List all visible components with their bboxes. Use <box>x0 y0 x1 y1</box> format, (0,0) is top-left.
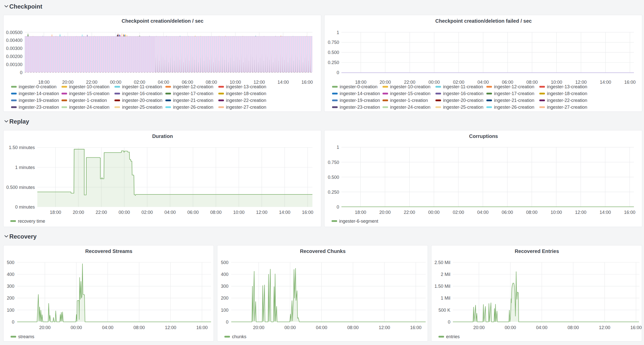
svg-text:06:00: 06:00 <box>502 80 513 85</box>
svg-text:500: 500 <box>221 260 228 265</box>
svg-text:10:00: 10:00 <box>230 80 241 85</box>
svg-text:20:00: 20:00 <box>253 325 264 330</box>
svg-text:ingester-27-creation: ingester-27-creation <box>226 105 266 110</box>
svg-text:00:00: 00:00 <box>284 325 296 330</box>
svg-text:0: 0 <box>12 320 14 325</box>
svg-text:20:00: 20:00 <box>73 210 84 215</box>
svg-text:08:00: 08:00 <box>206 80 217 85</box>
svg-text:ingester-25-creation: ingester-25-creation <box>443 105 483 110</box>
svg-text:10:00: 10:00 <box>233 210 245 215</box>
svg-text:ingester-26-creation: ingester-26-creation <box>173 105 213 110</box>
svg-text:streams: streams <box>18 334 34 339</box>
svg-text:04:00: 04:00 <box>477 210 488 215</box>
svg-text:ingester-23-creation: ingester-23-creation <box>19 105 59 110</box>
svg-text:14:00: 14:00 <box>600 80 611 85</box>
svg-text:0.500 minutes: 0.500 minutes <box>6 185 35 190</box>
svg-text:18:00: 18:00 <box>355 80 366 85</box>
svg-text:12:00: 12:00 <box>254 80 265 85</box>
svg-text:08:00: 08:00 <box>526 80 538 85</box>
svg-text:300: 300 <box>7 284 14 289</box>
svg-text:ingester-16-creation: ingester-16-creation <box>443 91 483 96</box>
svg-text:20:00: 20:00 <box>379 210 391 215</box>
svg-text:12:00: 12:00 <box>256 210 268 215</box>
svg-text:recovery time: recovery time <box>18 219 45 224</box>
svg-text:0.750: 0.750 <box>328 160 339 165</box>
svg-text:08:00: 08:00 <box>210 210 222 215</box>
svg-text:ingester-1-creation: ingester-1-creation <box>390 98 428 103</box>
svg-text:Duration: Duration <box>152 133 173 139</box>
svg-text:08:00: 08:00 <box>568 325 579 330</box>
svg-text:0: 0 <box>337 70 339 75</box>
svg-text:chunks: chunks <box>232 334 246 339</box>
svg-text:ingester-13-creation: ingester-13-creation <box>547 84 587 89</box>
svg-text:ingester-15-creation: ingester-15-creation <box>69 91 109 96</box>
svg-text:ingester-22-creation: ingester-22-creation <box>547 98 587 103</box>
svg-text:ingester-20-creation: ingester-20-creation <box>122 98 162 103</box>
svg-text:Recovered Streams: Recovered Streams <box>85 248 132 254</box>
svg-text:0.00500: 0.00500 <box>6 30 22 35</box>
svg-text:14:00: 14:00 <box>279 210 290 215</box>
svg-text:400: 400 <box>7 272 14 277</box>
svg-text:02:00: 02:00 <box>141 210 153 215</box>
svg-text:00:00: 00:00 <box>428 210 440 215</box>
svg-text:300: 300 <box>221 284 228 289</box>
svg-text:20:00: 20:00 <box>379 80 391 85</box>
svg-text:200: 200 <box>7 296 14 301</box>
svg-text:0.500: 0.500 <box>328 175 339 180</box>
svg-text:18:00: 18:00 <box>50 210 61 215</box>
svg-text:0.00100: 0.00100 <box>6 62 22 67</box>
svg-text:ingester-25-creation: ingester-25-creation <box>122 105 162 110</box>
svg-text:ingester-10-creation: ingester-10-creation <box>390 84 430 89</box>
svg-text:ingester-0-creation: ingester-0-creation <box>340 84 377 89</box>
svg-text:Checkpoint creation/deletion /: Checkpoint creation/deletion / sec <box>122 18 203 24</box>
svg-text:22:00: 22:00 <box>86 80 97 85</box>
svg-text:ingester-11-creation: ingester-11-creation <box>122 84 162 89</box>
svg-text:ingester-18-creation: ingester-18-creation <box>226 91 266 96</box>
svg-text:18:00: 18:00 <box>38 80 49 85</box>
svg-text:500: 500 <box>7 260 14 265</box>
svg-text:20:00: 20:00 <box>62 80 73 85</box>
svg-text:16:00: 16:00 <box>302 210 313 215</box>
svg-text:08:00: 08:00 <box>526 210 537 215</box>
svg-text:ingester-26-creation: ingester-26-creation <box>494 105 534 110</box>
svg-text:ingester-19-creation: ingester-19-creation <box>340 98 380 103</box>
svg-text:0: 0 <box>448 320 450 325</box>
svg-text:ingester-19-creation: ingester-19-creation <box>19 98 59 103</box>
svg-text:1 minutes: 1 minutes <box>15 165 35 170</box>
svg-text:04:00: 04:00 <box>316 325 327 330</box>
svg-text:12:00: 12:00 <box>379 325 390 330</box>
svg-text:ingester-24-creation: ingester-24-creation <box>69 105 109 110</box>
svg-text:1.50 Mil: 1.50 Mil <box>434 284 450 289</box>
svg-text:04:00: 04:00 <box>158 80 169 85</box>
svg-text:16:00: 16:00 <box>630 325 642 330</box>
svg-text:2 Mil: 2 Mil <box>441 272 450 277</box>
svg-text:Recovered Entries: Recovered Entries <box>515 248 559 254</box>
svg-text:ingester-21-creation: ingester-21-creation <box>494 98 534 103</box>
svg-text:0 minutes: 0 minutes <box>15 205 35 210</box>
svg-text:ingester-17-creation: ingester-17-creation <box>494 91 534 96</box>
svg-text:ingester-10-creation: ingester-10-creation <box>69 84 109 89</box>
svg-text:ingester-18-creation: ingester-18-creation <box>547 91 587 96</box>
svg-text:16:00: 16:00 <box>624 210 635 215</box>
svg-text:0.00300: 0.00300 <box>6 46 22 51</box>
svg-text:0.250: 0.250 <box>328 60 339 65</box>
svg-text:16:00: 16:00 <box>196 325 208 330</box>
svg-text:Recovered Chunks: Recovered Chunks <box>300 248 345 254</box>
svg-text:00:00: 00:00 <box>71 325 82 330</box>
svg-text:ingester-23-creation: ingester-23-creation <box>340 105 380 110</box>
svg-text:ingester-13-creation: ingester-13-creation <box>226 84 266 89</box>
svg-text:00:00: 00:00 <box>428 80 440 85</box>
svg-text:ingester-12-creation: ingester-12-creation <box>494 84 534 89</box>
svg-text:04:00: 04:00 <box>477 80 489 85</box>
svg-text:12:00: 12:00 <box>575 210 587 215</box>
svg-text:ingester-22-creation: ingester-22-creation <box>226 98 266 103</box>
svg-text:100: 100 <box>221 308 228 313</box>
svg-text:0.250: 0.250 <box>328 190 339 195</box>
svg-text:500 K: 500 K <box>438 308 450 313</box>
svg-text:16:00: 16:00 <box>410 325 421 330</box>
svg-text:22:00: 22:00 <box>96 210 107 215</box>
svg-text:ingester-14-creation: ingester-14-creation <box>19 91 59 96</box>
svg-text:ingester-16-creation: ingester-16-creation <box>122 91 162 96</box>
svg-text:400: 400 <box>221 272 228 277</box>
svg-text:ingester-11-creation: ingester-11-creation <box>443 84 483 89</box>
